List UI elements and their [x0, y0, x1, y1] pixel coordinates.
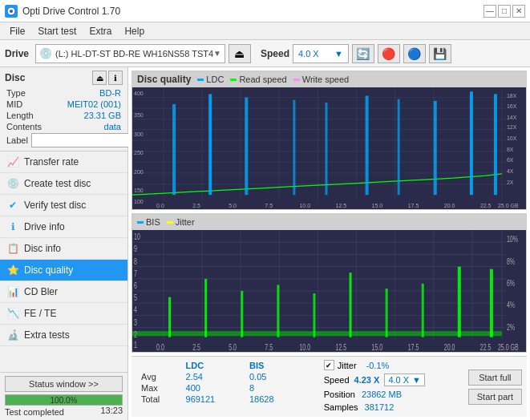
burn-button[interactable]: 🔴: [378, 44, 400, 63]
svg-text:7.5: 7.5: [265, 203, 273, 209]
svg-text:250: 250: [134, 150, 144, 156]
speed-dropdown[interactable]: 4.0 X ▼: [384, 374, 425, 386]
sidebar-item-verify-test-disc[interactable]: ✔ Verify test disc: [0, 195, 127, 216]
svg-rect-78: [132, 331, 502, 336]
window-controls: — □ ✕: [483, 5, 525, 18]
sidebar-item-disc-info[interactable]: 📋 Disc info: [0, 238, 127, 260]
drive-icon: 💿: [39, 47, 52, 59]
sidebar-item-extra-tests[interactable]: 🔬 Extra tests: [0, 325, 127, 346]
speed-selector[interactable]: 4.0 X ▼: [293, 44, 349, 63]
sidebar-item-drive-info[interactable]: ℹ Drive info: [0, 216, 127, 238]
sidebar-item-create-test-disc-label: Create test disc: [24, 178, 91, 189]
stats-area: LDC BIS Avg 2.54 0.05 Max 400 8: [131, 356, 527, 417]
sidebar-item-fe-te[interactable]: 📉 FE / TE: [0, 303, 127, 325]
svg-text:20.0: 20.0: [444, 343, 455, 352]
disc-mid-row: MID MEIT02 (001): [5, 99, 123, 109]
status-section: Status window >> 100.0% Test completed 1…: [0, 372, 127, 420]
svg-text:0.0: 0.0: [156, 343, 164, 352]
stats-ldc-max: 400: [183, 382, 246, 394]
svg-text:200: 200: [134, 169, 144, 176]
create-test-disc-icon: 💿: [6, 177, 19, 190]
bis-legend-label: BIS: [146, 217, 160, 227]
sidebar-item-disc-quality[interactable]: ⭐ Disc quality: [0, 260, 127, 281]
svg-rect-31: [494, 94, 497, 195]
svg-text:12.5: 12.5: [336, 343, 347, 352]
svg-text:4%: 4%: [507, 301, 515, 310]
disc-contents-label: Contents: [6, 122, 42, 131]
menu-start-test[interactable]: Start test: [31, 24, 83, 38]
save-button[interactable]: 💾: [429, 44, 451, 63]
jitter-checkbox[interactable]: ✔: [324, 360, 334, 370]
drive-value: (L:) HL-DT-ST BD-RE WH16NS58 TST4: [55, 49, 213, 59]
status-window-button[interactable]: Status window >>: [5, 376, 123, 392]
svg-text:10.0: 10.0: [299, 343, 310, 352]
disc-quality-chart: Disc quality LDC Read speed Write speed: [131, 71, 527, 210]
sidebar-item-extra-tests-label: Extra tests: [24, 329, 70, 341]
svg-text:2.5: 2.5: [192, 203, 200, 209]
drive-selector[interactable]: 💿 (L:) HL-DT-ST BD-RE WH16NS58 TST4 ▼: [35, 44, 225, 63]
write-speed-legend-dot: [293, 79, 300, 81]
svg-text:2X: 2X: [507, 179, 514, 185]
stats-bis-max: 8: [246, 382, 301, 394]
sidebar-item-cd-bler[interactable]: 📊 CD Bler: [0, 281, 127, 303]
stats-label-avg: Avg: [138, 371, 183, 382]
svg-rect-83: [313, 293, 315, 337]
position-label: Position: [324, 390, 355, 399]
menu-help[interactable]: Help: [118, 24, 151, 38]
menu-file[interactable]: File: [3, 24, 31, 38]
svg-text:25.0 GB: 25.0 GB: [498, 343, 519, 352]
drive-dropdown-arrow: ▼: [213, 49, 221, 58]
titlebar: Opti Drive Control 1.70 — □ ✕: [0, 0, 530, 22]
svg-text:4X: 4X: [507, 168, 514, 175]
maximize-button[interactable]: □: [498, 5, 511, 18]
jitter-legend-dot: [167, 221, 173, 224]
svg-text:14X: 14X: [507, 115, 517, 121]
svg-text:100: 100: [134, 199, 144, 205]
svg-text:6X: 6X: [507, 157, 514, 164]
stats-ldc-avg: 2.54: [183, 371, 246, 382]
sidebar: Disc ⏏ ℹ Type BD-R MID MEIT02 (001) Leng…: [0, 67, 128, 420]
sidebar-item-transfer-rate[interactable]: 📈 Transfer rate: [0, 151, 127, 173]
svg-text:8: 8: [134, 256, 137, 266]
svg-text:2: 2: [134, 329, 137, 339]
disc-label-input[interactable]: [31, 133, 138, 147]
chart2-svg-wrap: 10% 8% 6% 4% 2% 10 9 8 7 6 5 4 3 2 1: [132, 230, 526, 352]
sidebar-item-create-test-disc[interactable]: 💿 Create test disc: [0, 173, 127, 195]
start-part-button[interactable]: Start part: [468, 389, 522, 405]
speed-dropdown-value: 4.0 X: [388, 375, 409, 385]
speed-info-value: 4.23 X: [354, 375, 380, 385]
svg-rect-28: [398, 99, 400, 196]
titlebar-left: Opti Drive Control 1.70: [5, 5, 120, 18]
stats-col-spacer: [301, 360, 313, 371]
stats-ldc-total: 969121: [183, 394, 246, 405]
svg-rect-82: [277, 285, 279, 337]
svg-text:17.5: 17.5: [408, 343, 419, 352]
svg-rect-79: [168, 297, 171, 337]
minimize-button[interactable]: —: [483, 5, 496, 18]
erase-button[interactable]: 🔵: [403, 44, 426, 63]
chart1-legend-ldc: LDC: [197, 75, 224, 84]
stats-spacer-total: [301, 394, 313, 405]
svg-text:3: 3: [134, 317, 137, 327]
speed-label: Speed: [261, 48, 289, 59]
disc-eject-button[interactable]: ⏏: [92, 71, 107, 85]
stats-row-max: Max 400 8: [138, 382, 313, 394]
eject-button[interactable]: ⏏: [229, 44, 251, 63]
drive-info-icon: ℹ: [6, 220, 19, 233]
svg-rect-88: [490, 269, 493, 337]
chart2-svg: 10% 8% 6% 4% 2% 10 9 8 7 6 5 4 3 2 1: [132, 230, 526, 352]
svg-text:1: 1: [134, 341, 137, 350]
start-full-button[interactable]: Start full: [468, 370, 522, 386]
disc-info-icon: 📋: [6, 242, 19, 255]
refresh-button[interactable]: 🔄: [352, 44, 374, 63]
samples-label: Samples: [324, 402, 358, 412]
stats-spacer-avg: [301, 371, 313, 382]
menu-extra[interactable]: Extra: [83, 24, 118, 38]
svg-text:22.5: 22.5: [480, 203, 492, 209]
chart2-title-bar: BIS Jitter: [132, 214, 526, 230]
stats-row-total: Total 969121 18628: [138, 394, 313, 405]
close-button[interactable]: ✕: [512, 5, 525, 18]
disc-icons: ⏏ ℹ: [92, 71, 123, 85]
disc-info-button[interactable]: ℹ: [108, 71, 123, 85]
disc-label-row: Label 🔍: [5, 133, 123, 147]
